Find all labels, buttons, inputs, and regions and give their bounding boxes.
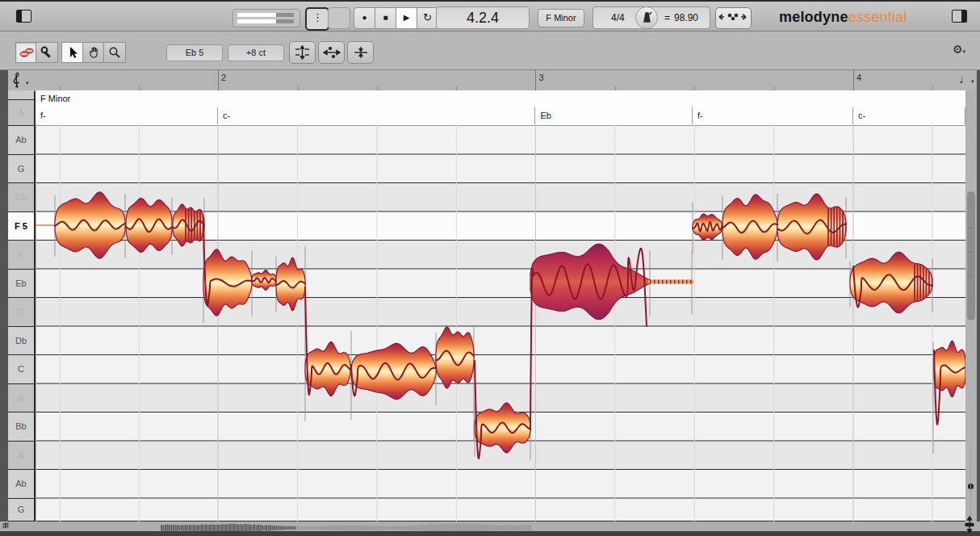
- bar-number: 2: [221, 73, 226, 82]
- pitch-ruler-cell[interactable]: Eb: [8, 270, 34, 298]
- leveling-macro-button[interactable]: [347, 41, 374, 64]
- chord-cell[interactable]: f-: [36, 107, 218, 124]
- melodyne-window: ⋮ ● ■ ▶ ↻ 4.2.4 F Minor 4/4 = 98.90 melo…: [0, 0, 980, 536]
- song-position-display[interactable]: 4.2.4: [436, 6, 530, 29]
- pitch-row-background: [36, 470, 965, 498]
- quantize-time-macro-button[interactable]: [318, 41, 345, 64]
- pitch-macro-icon: [294, 45, 311, 60]
- level-meter-left: [237, 13, 294, 17]
- pitch-row-background: [36, 327, 965, 355]
- level-meter-right: [237, 19, 294, 23]
- key-track[interactable]: F Minor: [36, 90, 965, 108]
- key-track-label: F Minor: [36, 94, 70, 103]
- pitch-ruler-cell[interactable]: G: [8, 499, 34, 521]
- tempo-value[interactable]: 98.90: [674, 12, 698, 23]
- key-button[interactable]: F Minor: [538, 9, 584, 27]
- time-signature[interactable]: 4/4: [611, 12, 625, 23]
- chord-label: c-: [218, 111, 230, 120]
- pitch-ruler-cell[interactable]: E: [8, 241, 34, 269]
- window-frame-bottom: [0, 531, 980, 536]
- pitch-ruler-cell[interactable]: C: [8, 355, 34, 383]
- record-button[interactable]: ●: [354, 7, 375, 29]
- cycle-button[interactable]: ↻: [417, 7, 438, 29]
- bar-line-tick: [853, 70, 854, 90]
- blob-tool-icon: [19, 46, 35, 59]
- settings-gear-button[interactable]: ⚙▾: [953, 43, 965, 56]
- meter-blank-segment: [328, 7, 350, 29]
- pitch-snap-icon[interactable]: ♯♯: [2, 521, 7, 530]
- chord-label: f-: [693, 111, 703, 120]
- chord-label: Eb: [535, 111, 551, 120]
- note-pitch-field[interactable]: Eb 5: [166, 44, 223, 61]
- pitch-row-background: [36, 298, 965, 326]
- right-panel-toggle-icon[interactable]: [952, 10, 967, 23]
- wrench-icon: [40, 45, 54, 60]
- left-panel-toggle-icon[interactable]: [16, 10, 31, 23]
- pitch-cents-field[interactable]: +8 ct: [228, 44, 284, 61]
- equals-sign: =: [664, 12, 670, 23]
- note-editor-canvas[interactable]: [36, 125, 965, 521]
- pitch-ruler-header: [8, 90, 34, 99]
- chord-track[interactable]: f-c-Ebf-c-: [36, 107, 965, 126]
- stop-button[interactable]: ■: [375, 7, 396, 29]
- pitch-ruler-cell[interactable]: A: [8, 442, 34, 470]
- edit-tool-button[interactable]: [36, 42, 58, 63]
- transport-controls: ● ■ ▶ ↻: [354, 7, 438, 27]
- pitch-row-background: [36, 355, 965, 383]
- logo-essential: essential: [848, 9, 907, 25]
- volume-fader-button[interactable]: ⋮: [305, 7, 329, 31]
- chord-label: f-: [36, 111, 46, 120]
- time-ruler[interactable]: 234: [8, 70, 977, 91]
- pitch-ruler-cell[interactable]: Db: [8, 327, 34, 355]
- correct-pitch-macro-button[interactable]: [289, 41, 316, 64]
- pitch-ruler-cell[interactable]: Ab: [8, 126, 34, 154]
- chord-cell[interactable]: c-: [853, 107, 965, 124]
- pitch-ruler-cell[interactable]: B: [8, 384, 34, 412]
- main-tool-button[interactable]: [15, 42, 38, 63]
- pitch-ruler-cell[interactable]: Gb: [8, 183, 34, 211]
- leveling-macro-icon: [353, 45, 369, 60]
- bar-number: 4: [856, 73, 861, 82]
- pitch-ruler-cell[interactable]: Ab: [8, 470, 34, 498]
- time-grid-icon[interactable]: ♩▾: [959, 72, 974, 86]
- pitch-row-background: [36, 270, 965, 298]
- pitch-ruler-cell[interactable]: A: [8, 100, 34, 125]
- vertical-scrollbar-thumb[interactable]: [967, 191, 975, 320]
- hand-icon: [87, 46, 101, 60]
- tool-bar: Eb 5 +8 ct ⚙▾: [0, 31, 980, 70]
- chord-cell[interactable]: Eb: [535, 107, 693, 124]
- pitch-ruler-cell[interactable]: D: [8, 298, 34, 326]
- bar-number: 3: [538, 73, 543, 82]
- title-bar: ⋮ ● ■ ▶ ↻ 4.2.4 F Minor 4/4 = 98.90 melo…: [0, 2, 980, 31]
- vertical-scrollbar[interactable]: [965, 90, 977, 521]
- note-blob[interactable]: [436, 327, 474, 388]
- pitch-row-background: [36, 155, 965, 183]
- vertical-zoom-widget[interactable]: [962, 516, 977, 536]
- chord-cell[interactable]: f-: [693, 107, 853, 124]
- zoom-tool-button[interactable]: [103, 42, 126, 63]
- chord-cell[interactable]: c-: [218, 107, 535, 124]
- time-macro-icon: [323, 46, 341, 59]
- auto-scroll-button[interactable]: [715, 7, 752, 29]
- pitch-row-background: [36, 499, 965, 521]
- app-logo: melodyneessential: [779, 9, 907, 26]
- window-frame-left: [0, 70, 8, 521]
- tempo-display[interactable]: 4/4 = 98.90: [593, 6, 710, 29]
- bar-line-tick: [535, 70, 536, 90]
- overview-scrollbar[interactable]: [0, 521, 980, 531]
- level-meter: [232, 9, 300, 27]
- clef-selector[interactable]: ▾: [8, 70, 36, 90]
- play-button[interactable]: ▶: [396, 7, 417, 29]
- pitch-ruler-cell[interactable]: F 5: [8, 212, 34, 241]
- pitch-ruler-cell[interactable]: G: [8, 155, 34, 183]
- note-blob[interactable]: [722, 195, 777, 259]
- arrow-tool-button[interactable]: [61, 42, 84, 63]
- window-frame-right: [977, 70, 980, 531]
- logo-melodyne: melodyne: [779, 9, 848, 25]
- pitch-row-background: [36, 126, 965, 154]
- note-blob[interactable]: [126, 199, 172, 253]
- metronome-icon[interactable]: [635, 6, 658, 29]
- chord-label: c-: [853, 111, 865, 120]
- pitch-ruler-cell[interactable]: Bb: [8, 412, 34, 441]
- hand-tool-button[interactable]: [82, 42, 105, 63]
